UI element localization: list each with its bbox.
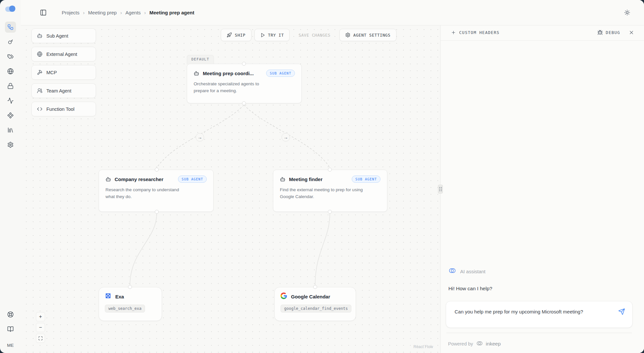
rail-item-library[interactable] xyxy=(5,125,16,136)
save-changes-button[interactable]: SAVE CHANGES xyxy=(293,29,336,41)
sub-agent-badge: SUB AGENT xyxy=(352,176,380,183)
node-title: Meeting finder xyxy=(289,176,323,182)
activity-icon xyxy=(7,97,14,104)
sub-agent-badge: SUB AGENT xyxy=(178,176,207,183)
rail-item-settings[interactable] xyxy=(5,139,16,150)
tags-icon xyxy=(7,53,14,60)
palette-item-label: External Agent xyxy=(46,52,77,57)
node-google-calendar-tool[interactable]: Google Calendar google_calendar_find_eve… xyxy=(274,287,356,321)
tool-name-chip: web_search_exa xyxy=(105,305,145,312)
connection-handle[interactable] xyxy=(155,210,159,214)
chat-area: AI assistant Hi! How can I help? Can you… xyxy=(441,267,644,353)
chat-input[interactable]: Can you help me prep for my upcoming Mic… xyxy=(446,301,633,328)
palette-item-label: Sub Agent xyxy=(46,33,68,39)
debug-label: DEBUG xyxy=(606,30,620,35)
ship-button[interactable]: SHIP xyxy=(221,29,251,41)
close-panel-button[interactable] xyxy=(629,30,634,35)
node-company-researcher[interactable]: Company researcher SUB AGENT Research th… xyxy=(99,170,214,212)
try-it-button[interactable]: TRY IT xyxy=(254,29,290,41)
edge-arrow-icon: → xyxy=(282,133,290,142)
rail-item-graph[interactable] xyxy=(5,22,16,33)
bug-icon xyxy=(597,30,603,35)
close-icon xyxy=(629,30,634,35)
default-tab-chip[interactable]: DEFAULT xyxy=(187,55,214,64)
sun-icon xyxy=(624,9,630,16)
palette-item-team-agent[interactable]: Team Agent xyxy=(31,83,96,98)
node-meeting-prep-coordinator[interactable]: Meeting prep coordi... SUB AGENT Orchest… xyxy=(187,64,302,103)
connection-handle[interactable] xyxy=(313,285,317,289)
custom-headers-label: CUSTOM HEADERS xyxy=(459,30,500,35)
breadcrumb-project[interactable]: Meeting prep xyxy=(88,10,117,15)
sub-agent-badge: SUB AGENT xyxy=(266,70,295,77)
assistant-header: AI assistant xyxy=(446,267,633,276)
gear-icon xyxy=(345,32,350,38)
rail-item-activity[interactable] xyxy=(5,95,16,106)
send-button[interactable] xyxy=(618,308,625,315)
fit-view-button[interactable] xyxy=(36,334,45,343)
rail-item-components[interactable] xyxy=(5,110,16,121)
palette-item-mcp[interactable]: MCP xyxy=(31,65,96,80)
connection-handle[interactable] xyxy=(328,210,332,214)
node-exa-tool[interactable]: Exa web_search_exa xyxy=(99,287,162,321)
breadcrumb-current: Meeting prep agent xyxy=(149,10,194,15)
plus-icon xyxy=(451,30,456,35)
try-it-panel: CUSTOM HEADERS DEBUG xyxy=(441,25,644,353)
connection-handle[interactable] xyxy=(155,168,159,172)
rail-item-docs[interactable] xyxy=(5,324,16,335)
zoom-in-button[interactable]: + xyxy=(36,312,45,321)
key-icon xyxy=(7,39,14,45)
panel-toggle-button[interactable] xyxy=(40,9,47,16)
powered-by-link[interactable]: Powered by inkeep xyxy=(446,340,633,348)
panel-header: CUSTOM HEADERS DEBUG xyxy=(441,25,644,41)
debug-button[interactable]: DEBUG xyxy=(597,30,620,35)
tool-name-chip: google_calendar_find_events xyxy=(281,305,351,312)
book-open-icon xyxy=(7,326,14,332)
breadcrumb-agents[interactable]: Agents xyxy=(125,10,141,15)
bot-icon xyxy=(105,176,111,182)
custom-headers-button[interactable]: CUSTOM HEADERS xyxy=(451,30,500,35)
code-icon xyxy=(37,106,42,112)
globe-icon xyxy=(37,51,42,57)
rail-item-keys[interactable] xyxy=(5,36,16,47)
node-description: Orchestrate specialized agents to prepar… xyxy=(194,81,273,94)
rail-item-tags[interactable] xyxy=(5,51,16,62)
connection-handle[interactable] xyxy=(128,285,132,289)
node-description: Research the company to understand what … xyxy=(105,187,188,200)
component-icon xyxy=(7,112,14,119)
palette-item-external-agent[interactable]: External Agent xyxy=(31,47,96,61)
breadcrumb-separator: › xyxy=(144,10,146,15)
connection-handle[interactable] xyxy=(328,168,332,172)
rail-item-help[interactable] xyxy=(5,309,16,320)
agent-settings-label: AGENT SETTINGS xyxy=(353,33,391,38)
palette-item-label: Team Agent xyxy=(46,88,72,93)
agent-settings-button[interactable]: AGENT SETTINGS xyxy=(339,29,396,41)
palette-item-label: Function Tool xyxy=(46,107,74,112)
users-icon xyxy=(37,88,42,93)
globe-icon xyxy=(7,68,14,75)
rail-item-credentials[interactable] xyxy=(5,80,16,92)
assistant-name: AI assistant xyxy=(460,269,486,274)
connection-handle[interactable] xyxy=(242,62,246,66)
avatar[interactable]: ME xyxy=(7,343,14,348)
node-meeting-finder[interactable]: Meeting finder SUB AGENT Find the extern… xyxy=(273,170,387,212)
icon-rail: ME xyxy=(0,0,21,353)
chat-divider xyxy=(446,333,632,333)
panel-resize-handle[interactable] xyxy=(438,185,443,193)
app-window: ME Projects › Meeting prep › Agents › Me… xyxy=(0,0,644,353)
palette-item-function-tool[interactable]: Function Tool xyxy=(31,102,96,116)
breadcrumb-projects[interactable]: Projects xyxy=(62,10,79,15)
connection-handle[interactable] xyxy=(242,101,246,105)
try-it-label: TRY IT xyxy=(268,33,284,38)
flow-canvas[interactable]: → → Sub Agent External Agent MCP xyxy=(21,25,440,353)
bot-icon xyxy=(280,176,285,182)
rail-item-globe[interactable] xyxy=(5,66,16,77)
ship-label: SHIP xyxy=(235,33,246,38)
theme-toggle-button[interactable] xyxy=(624,9,630,16)
palette-item-sub-agent[interactable]: Sub Agent xyxy=(31,28,96,43)
zoom-out-button[interactable]: − xyxy=(36,323,45,332)
panel-left-icon xyxy=(40,9,47,16)
top-header: Projects › Meeting prep › Agents › Meeti… xyxy=(21,0,644,25)
play-icon xyxy=(260,33,265,38)
hammer-icon xyxy=(37,70,42,75)
breadcrumb: Projects › Meeting prep › Agents › Meeti… xyxy=(62,10,194,15)
